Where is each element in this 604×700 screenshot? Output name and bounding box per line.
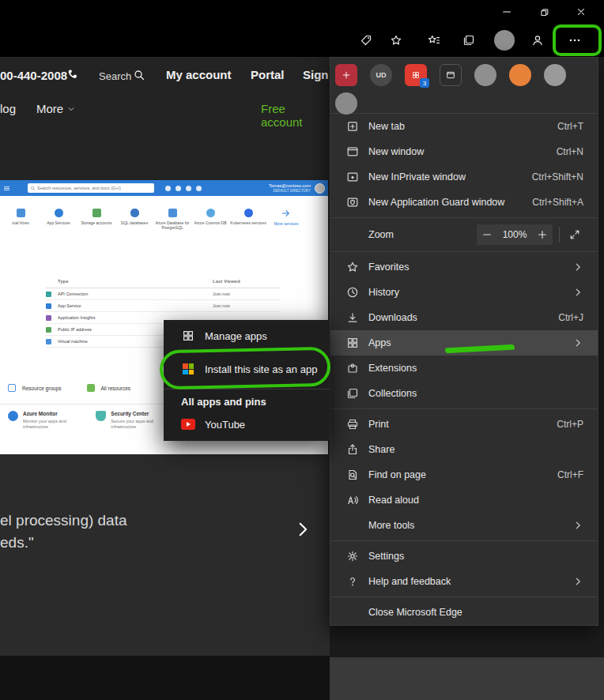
history-icon (346, 286, 359, 299)
divider (559, 227, 560, 243)
zoom-out-button[interactable] (477, 224, 497, 245)
menu-item-read-aloud[interactable]: Read aloud (330, 487, 598, 513)
zoom-in-button[interactable] (532, 224, 553, 245)
add-favorite-icon[interactable] (385, 24, 407, 57)
read-aloud-icon (346, 494, 359, 506)
azure-shortcuts: Resource groups All resources (8, 384, 149, 392)
menu-separator (330, 408, 598, 409)
extension-icon-4[interactable] (440, 64, 462, 86)
title-bar (0, 0, 604, 24)
collections-icon[interactable] (458, 24, 480, 57)
notifications-icon (165, 186, 171, 191)
menu-separator (330, 251, 598, 252)
menu-item-help-and-feedback[interactable]: Help and feedback (330, 569, 598, 594)
menu-item-find-on-page[interactable]: Find on page Ctrl+F (330, 462, 598, 487)
menu-item-close-edge[interactable]: Close Microsoft Edge (330, 600, 598, 625)
site-top-nav: 00-440-2008 Search My account Portal Sig… (0, 66, 330, 90)
menu-item-downloads[interactable]: Downloads Ctrl+J (330, 305, 598, 330)
submenu-item-youtube[interactable]: YouTube (164, 411, 330, 438)
nav-my-account[interactable]: My account (166, 68, 232, 81)
close-button[interactable] (562, 0, 599, 24)
extension-icon-2[interactable]: UD (370, 64, 392, 86)
highlight-annotation-install-app (160, 347, 331, 390)
service-item: tual hines (2, 209, 40, 231)
menu-item-share[interactable]: Share (330, 437, 598, 462)
menu-item-extensions[interactable]: Extensions (330, 356, 598, 381)
new-window-icon (346, 145, 359, 158)
highlight-annotation-more-button (553, 24, 602, 56)
manage-apps-icon (181, 329, 195, 343)
nav-blog[interactable]: log (0, 102, 16, 115)
settings-icon (176, 186, 181, 191)
table-row: App ServiceJust now (46, 300, 280, 312)
free-account-link[interactable]: Free account (261, 102, 330, 129)
chevron-right-icon (572, 337, 583, 348)
menu-item-new-tab[interactable]: New tab Ctrl+T (330, 114, 598, 139)
menu-item-collections[interactable]: Collections (330, 381, 598, 406)
shield-icon (96, 411, 106, 421)
badge: 3 (420, 78, 429, 88)
azure-avatar (315, 183, 325, 194)
menu-item-new-inprivate-window[interactable]: New InPrivate window Ctrl+Shift+N (330, 164, 598, 190)
collections-icon (346, 387, 359, 400)
card-azure-monitor: Azure MonitorMonitor your apps and infra… (8, 411, 96, 431)
menu-separator (330, 217, 598, 218)
menu-item-more-tools[interactable]: More tools (330, 513, 598, 538)
carousel-next-button[interactable] (293, 516, 313, 543)
extension-icon-8[interactable] (335, 92, 357, 115)
shopping-tag-icon[interactable] (355, 24, 377, 57)
extension-icon-5[interactable] (474, 64, 496, 86)
minimize-button[interactable] (488, 0, 525, 24)
favorites-hub-icon[interactable] (423, 24, 445, 57)
fullscreen-button[interactable] (566, 224, 583, 245)
help-icon (186, 186, 191, 191)
submenu-section-title: All apps and pins (164, 392, 330, 411)
close-icon (576, 6, 587, 17)
extension-icon-1[interactable] (335, 64, 357, 86)
resource-groups-icon (8, 384, 16, 392)
nav-sign-in[interactable]: Sign (303, 68, 329, 81)
testimonial-quote: el processing) data eds." (0, 510, 127, 554)
menu-separator (330, 597, 598, 597)
menu-item-settings[interactable]: Settings (330, 544, 598, 569)
search-link[interactable]: Search (99, 70, 131, 82)
new-tab-icon (346, 120, 359, 133)
minimize-icon (501, 6, 512, 17)
downloads-icon (346, 311, 359, 324)
nav-portal[interactable]: Portal (251, 68, 285, 81)
apps-icon (346, 337, 359, 349)
phone-icon (66, 68, 79, 81)
edge-settings-menu: UD 3 New tab Ctrl+T New window Ctrl+N Ne… (330, 57, 598, 626)
nav-more[interactable]: More (36, 102, 75, 115)
print-icon (346, 418, 359, 431)
restore-button[interactable] (525, 0, 562, 24)
extension-icon-3[interactable]: 3 (405, 64, 427, 86)
extension-icon-6[interactable] (509, 64, 531, 86)
profile-avatar[interactable] (494, 30, 515, 51)
hamburger-icon (3, 185, 10, 192)
help-icon (346, 575, 359, 588)
chevron-right-icon (572, 262, 583, 273)
restore-icon (538, 6, 549, 17)
youtube-icon (181, 417, 195, 431)
favorites-icon (346, 261, 359, 273)
service-item: SQL databases (115, 209, 153, 231)
service-item: App Services (40, 209, 77, 231)
more-services-link: More services (267, 209, 305, 231)
monitor-icon (8, 411, 18, 421)
menu-item-favorites[interactable]: Favorites (330, 254, 598, 280)
azure-bar-icons (165, 186, 202, 191)
azure-account: Tomas@contoso.com DEFAULT DIRECTORY (269, 183, 311, 192)
chevron-down-icon (67, 105, 75, 113)
all-resources-icon (87, 384, 95, 392)
search-icon[interactable] (133, 69, 145, 81)
menu-item-new-window[interactable]: New window Ctrl+N (330, 139, 598, 164)
browser-toolbar (0, 24, 604, 57)
edge-browser-window: 00-440-2008 Search My account Portal Sig… (0, 0, 604, 700)
extension-icon-7[interactable] (544, 64, 566, 86)
menu-item-print[interactable]: Print Ctrl+P (330, 412, 598, 437)
profile-icon[interactable] (527, 24, 549, 57)
menu-item-new-application-guard-window[interactable]: New Application Guard window Ctrl+Shift+… (330, 190, 598, 215)
menu-item-history[interactable]: History (330, 280, 598, 305)
phone-number[interactable]: 00-440-2008 (0, 69, 67, 82)
